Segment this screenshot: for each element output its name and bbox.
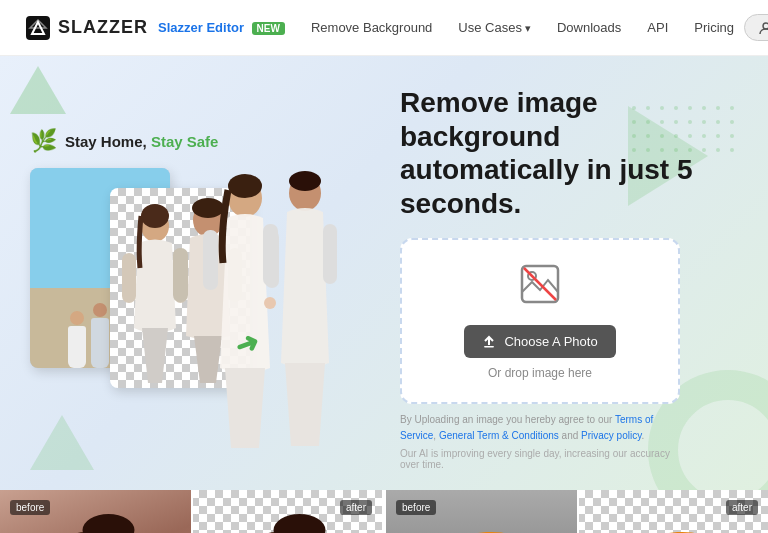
terms-text: By Uploading an image you hereby agree t… bbox=[400, 412, 680, 444]
demo2-image bbox=[386, 490, 768, 533]
logo[interactable]: SLAZZER bbox=[24, 14, 148, 42]
svg-point-7 bbox=[141, 204, 169, 228]
improving-text: Our AI is improving every single day, in… bbox=[400, 448, 680, 470]
svg-point-20 bbox=[289, 171, 321, 191]
navbar: SLAZZER Slazzer Editor NEW Remove Backgr… bbox=[0, 0, 768, 56]
nav-api[interactable]: API bbox=[637, 16, 678, 39]
logo-icon bbox=[24, 14, 52, 42]
nav-remove-background[interactable]: Remove Background bbox=[301, 16, 442, 39]
svg-rect-24 bbox=[484, 346, 494, 348]
svg-point-3 bbox=[763, 23, 768, 29]
svg-rect-19 bbox=[323, 224, 337, 284]
svg-point-16 bbox=[264, 297, 276, 309]
privacy-policy-link[interactable]: Privacy policy bbox=[581, 430, 641, 441]
hero-section: 🌿 Stay Home, Stay Safe bbox=[0, 56, 768, 490]
hero-right: Remove image background automatically in… bbox=[370, 86, 738, 470]
badge-highlight: Stay Safe bbox=[151, 133, 219, 150]
image-stack: ➜ bbox=[30, 168, 370, 428]
demo2-before-label: before bbox=[396, 500, 436, 515]
demo2-divider bbox=[577, 490, 579, 533]
choose-photo-button[interactable]: Choose A Photo bbox=[464, 325, 615, 358]
demo2-after-label: after bbox=[726, 500, 758, 515]
stay-home-badge: 🌿 Stay Home, Stay Safe bbox=[30, 128, 370, 154]
nav-slazzer-editor[interactable]: Slazzer Editor NEW bbox=[148, 16, 295, 39]
no-image-icon bbox=[518, 262, 562, 306]
svg-rect-18 bbox=[263, 224, 278, 286]
user-icon bbox=[759, 21, 768, 35]
upload-arrow-icon bbox=[482, 335, 496, 349]
nav-links: Slazzer Editor NEW Remove Background Use… bbox=[148, 16, 744, 39]
demo1-divider bbox=[191, 490, 193, 533]
svg-rect-13 bbox=[203, 230, 218, 290]
nav-downloads[interactable]: Downloads bbox=[547, 16, 631, 39]
demo-item-2: before after bbox=[382, 490, 768, 533]
badge-icon: 🌿 bbox=[30, 128, 57, 154]
nav-use-cases[interactable]: Use Cases bbox=[448, 16, 541, 39]
figure-woman1 bbox=[67, 311, 87, 368]
hero-images: 🌿 Stay Home, Stay Safe bbox=[30, 128, 370, 428]
svg-point-34 bbox=[274, 514, 326, 533]
demo1-after-label: after bbox=[340, 500, 372, 515]
upload-box[interactable]: Choose A Photo Or drop image here bbox=[400, 238, 680, 404]
new-badge: NEW bbox=[252, 22, 285, 35]
svg-point-28 bbox=[83, 514, 135, 533]
svg-point-15 bbox=[228, 174, 262, 198]
demo-item-1: before after bbox=[0, 490, 382, 533]
logo-text: SLAZZER bbox=[58, 17, 148, 38]
upload-icon bbox=[422, 262, 658, 315]
hero-title: Remove image background automatically in… bbox=[400, 86, 738, 220]
nav-pricing[interactable]: Pricing bbox=[684, 16, 744, 39]
general-terms-link[interactable]: General Term & Conditions bbox=[439, 430, 559, 441]
demo1-image bbox=[0, 490, 382, 533]
badge-text: Stay Home, Stay Safe bbox=[65, 133, 218, 150]
drop-text: Or drop image here bbox=[422, 366, 658, 380]
svg-rect-5 bbox=[122, 253, 136, 303]
demo-section: before after bbox=[0, 490, 768, 533]
login-button[interactable]: Login bbox=[744, 14, 768, 41]
figure-man1 bbox=[90, 303, 110, 368]
couple-svg bbox=[185, 168, 360, 458]
demo1-before-label: before bbox=[10, 500, 50, 515]
hero-inner: 🌿 Stay Home, Stay Safe bbox=[0, 86, 768, 470]
main-couple-cutout bbox=[185, 168, 360, 448]
